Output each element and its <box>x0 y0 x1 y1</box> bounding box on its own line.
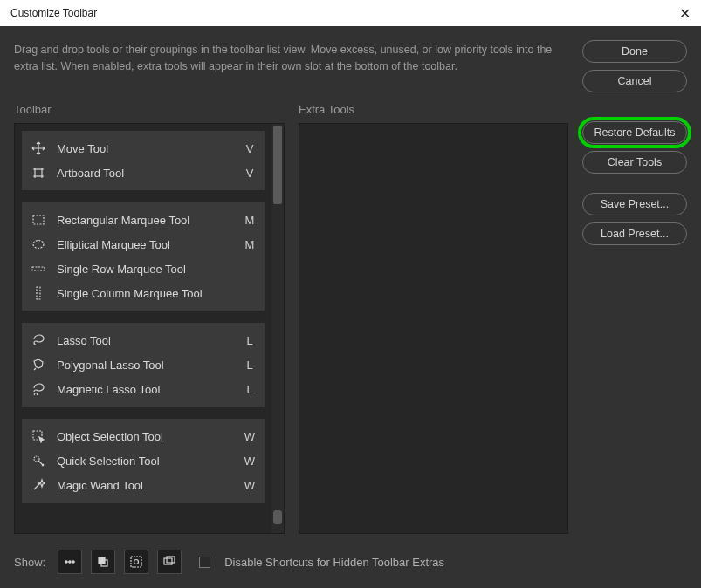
show-foreground-background-icon[interactable] <box>91 550 115 574</box>
obj-select-icon <box>31 428 46 444</box>
show-screenmode-icon[interactable] <box>157 550 182 574</box>
tool-name: Magnetic Lasso Tool <box>57 383 233 396</box>
show-label: Show: <box>14 556 45 569</box>
svg-rect-4 <box>37 287 40 299</box>
tool-row[interactable]: Single Row Marquee Tool <box>22 256 265 281</box>
tool-row[interactable]: Object Selection ToolW <box>22 424 265 448</box>
svg-rect-15 <box>167 557 175 563</box>
tool-row[interactable]: Quick Selection ToolW <box>22 448 265 473</box>
svg-point-9 <box>72 561 74 563</box>
tool-name: Artboard Tool <box>57 167 233 180</box>
tool-shortcut: M <box>244 238 256 251</box>
tool-group[interactable]: Object Selection ToolWQuick Selection To… <box>22 419 265 503</box>
col-marquee-icon <box>31 285 46 301</box>
tool-name: Lasso Tool <box>57 334 233 347</box>
disable-shortcuts-label[interactable]: Disable Shortcuts for Hidden Toolbar Ext… <box>224 556 444 569</box>
tool-row[interactable]: Magic Wand ToolW <box>22 473 265 497</box>
save-preset-button[interactable]: Save Preset... <box>582 193 687 215</box>
tool-row[interactable]: Single Column Marquee Tool <box>22 281 265 305</box>
extra-column-label: Extra Tools <box>299 103 568 116</box>
svg-point-8 <box>69 561 71 563</box>
clear-tools-button[interactable]: Clear Tools <box>582 151 687 174</box>
close-icon[interactable]: ✕ <box>679 5 691 22</box>
tool-name: Single Column Marquee Tool <box>57 287 233 300</box>
svg-point-13 <box>134 560 139 564</box>
tool-name: Object Selection Tool <box>57 430 233 443</box>
tool-name: Rectangular Marquee Tool <box>57 214 233 227</box>
scrollbar[interactable] <box>271 124 284 533</box>
poly-lasso-icon <box>31 357 46 373</box>
disable-shortcuts-checkbox[interactable] <box>199 557 210 568</box>
wand-icon <box>31 477 46 493</box>
tool-row[interactable]: Magnetic Lasso ToolL <box>22 377 265 401</box>
tool-shortcut: W <box>244 479 256 492</box>
quick-select-icon <box>31 453 46 468</box>
svg-point-2 <box>33 241 44 249</box>
tool-name: Move Tool <box>57 142 233 155</box>
tool-shortcut: W <box>244 455 256 468</box>
done-button[interactable]: Done <box>582 40 687 63</box>
tool-row[interactable]: Move ToolV <box>22 136 265 161</box>
tool-shortcut: L <box>244 359 256 372</box>
rect-marquee-icon <box>31 212 46 228</box>
svg-rect-3 <box>32 267 45 270</box>
tool-row[interactable]: Polygonal Lasso ToolL <box>22 352 265 377</box>
load-preset-button[interactable]: Load Preset... <box>582 222 687 245</box>
artboard-icon <box>31 165 46 181</box>
tool-row[interactable]: Artboard ToolV <box>22 161 265 185</box>
tool-name: Quick Selection Tool <box>57 455 233 468</box>
tool-row[interactable]: Rectangular Marquee ToolM <box>22 208 265 232</box>
tool-name: Magic Wand Tool <box>57 479 233 492</box>
tool-group[interactable]: Lasso ToolLPolygonal Lasso ToolLMagnetic… <box>22 323 265 407</box>
lasso-icon <box>31 332 46 348</box>
move-icon <box>31 140 46 156</box>
svg-rect-1 <box>33 215 44 224</box>
titlebar: Customize Toolbar ✕ <box>0 0 701 26</box>
svg-point-7 <box>65 561 67 563</box>
tool-row[interactable]: Lasso ToolL <box>22 328 265 352</box>
tool-shortcut: L <box>244 334 256 347</box>
tool-group[interactable]: Move ToolVArtboard ToolV <box>22 131 265 190</box>
toolbar-list[interactable]: Move ToolVArtboard ToolVRectangular Marq… <box>14 123 285 534</box>
svg-rect-14 <box>164 558 172 564</box>
tool-name: Single Row Marquee Tool <box>57 263 233 276</box>
window-title: Customize Toolbar <box>10 7 97 19</box>
cancel-button[interactable]: Cancel <box>582 70 687 92</box>
show-quickmask-icon[interactable] <box>124 550 148 574</box>
row-marquee-icon <box>31 261 46 277</box>
svg-rect-12 <box>131 557 141 567</box>
tool-shortcut: M <box>244 214 256 227</box>
ellipse-marquee-icon <box>31 236 46 252</box>
tool-shortcut: W <box>244 430 256 443</box>
restore-defaults-button[interactable]: Restore Defaults <box>582 121 687 144</box>
tool-group[interactable]: Rectangular Marquee ToolMElliptical Marq… <box>22 202 265 311</box>
tool-shortcut: V <box>244 167 256 180</box>
scrollbar-thumb[interactable] <box>273 126 282 204</box>
tool-shortcut: L <box>244 383 256 396</box>
extra-tools-list[interactable] <box>299 123 568 534</box>
tool-row[interactable]: Elliptical Marquee ToolM <box>22 232 265 256</box>
scrollbar-thumb-bottom[interactable] <box>273 510 282 524</box>
dialog-description: Drag and drop tools or their groupings i… <box>14 40 568 92</box>
toolbar-column-label: Toolbar <box>14 103 285 116</box>
svg-rect-0 <box>35 169 42 176</box>
show-options-icon[interactable] <box>58 550 82 574</box>
tool-name: Elliptical Marquee Tool <box>57 238 233 251</box>
tool-shortcut: V <box>244 142 256 155</box>
mag-lasso-icon <box>31 381 46 397</box>
tool-name: Polygonal Lasso Tool <box>57 359 233 372</box>
